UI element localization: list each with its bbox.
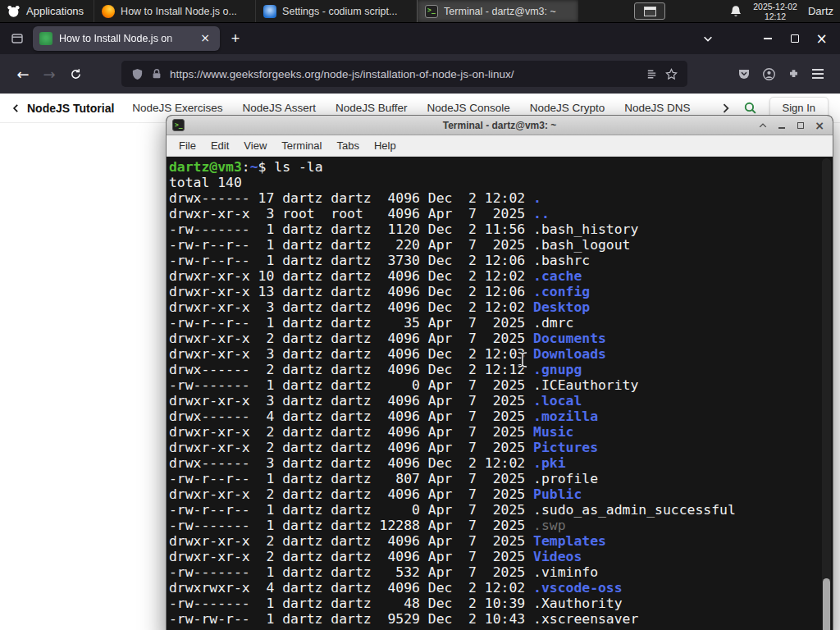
app-menu-button[interactable] [806,62,830,86]
applications-menu-button[interactable]: Applications [0,0,94,22]
back-button[interactable] [10,61,36,87]
terminal-minimize-button[interactable] [774,118,789,133]
browser-tab[interactable]: How to Install Node.js on [33,26,220,51]
terminal-menu-file[interactable]: File [171,135,203,157]
url-text[interactable]: https://www.geeksforgeeks.org/node-js/in… [170,68,638,80]
terminal-line: drwxr-xr-x 2 dartz dartz 4096 Apr 7 2025… [169,486,819,502]
firefox-view-button[interactable] [5,26,30,51]
terminal-line: total 140 [169,175,819,190]
desktop: Applications How to Install Node.js o...… [0,0,840,630]
close-icon [815,30,827,47]
terminal-titlebar[interactable]: Terminal - dartz@vm3: ~ [167,116,833,135]
list-all-tabs-button[interactable] [694,23,721,54]
maximize-icon [791,34,799,43]
terminal-line: dartz@vm3:~$ ls -la [169,159,819,175]
terminal-line: drwxr-xr-x 3 root root 4096 Apr 7 2025 .… [169,206,819,221]
maximize-icon [797,122,804,129]
forward-button[interactable] [36,61,62,87]
terminal-line: drwxr-xr-x 2 dartz dartz 4096 Apr 7 2025… [169,549,819,564]
terminal-line: -rw------- 1 dartz dartz 48 Dec 2 10:39 … [169,596,819,611]
clock[interactable]: 2025-12-02 12:12 [753,2,797,21]
taskbar-button-terminal[interactable]: Terminal - dartz@vm3: ~ [417,0,578,22]
site-nav-item[interactable]: NodeJS Console [427,102,509,114]
terminal-close-button[interactable] [812,118,827,133]
extensions-icon [788,68,800,80]
tab-close-button[interactable] [197,30,213,47]
terminal-line: -rw-rw-r-- 1 dartz dartz 9529 Dec 2 10:4… [169,611,819,627]
workspace-pager-icon [644,7,656,16]
applications-label: Applications [26,5,84,17]
pocket-button[interactable] [732,62,756,86]
terminal-line: -rw-r--r-- 1 dartz dartz 0 Apr 7 2025 .s… [169,502,819,518]
lock-icon[interactable] [151,68,162,80]
terminal-line: drwx------ 2 dartz dartz 4096 Dec 2 12:1… [169,362,819,377]
terminal-icon [425,5,438,18]
terminal-line: drwxr-xr-x 10 dartz dartz 4096 Dec 2 12:… [169,268,819,284]
terminal-menu-terminal[interactable]: Terminal [274,135,329,157]
url-bar[interactable]: https://www.geeksforgeeks.org/node-js/in… [121,61,687,87]
site-nav-item[interactable]: NodeJS DNS [624,102,690,114]
firefox-icon [102,5,115,18]
terminal-maximize-button[interactable] [793,118,808,133]
terminal-line: -rw------- 1 dartz dartz 0 Apr 7 2025 .I… [169,377,819,393]
shield-icon[interactable] [131,68,144,80]
xfce-menu-icon [7,4,21,18]
chevron-left-icon [11,103,21,114]
window-minimize-button[interactable] [754,23,781,54]
terminal-line: -rw------- 1 dartz dartz 1120 Dec 2 11:5… [169,221,819,237]
tab-bar: How to Install Node.js on + [0,23,840,54]
site-nav-primary[interactable]: NodeJS Tutorial [11,102,114,115]
terminal-line: drwxr-xr-x 2 dartz dartz 4096 Apr 7 2025… [169,533,819,549]
terminal-scrollbar[interactable] [822,158,831,630]
site-nav-item[interactable]: NodeJS Crypto [530,102,605,114]
terminal-output: dartz@vm3:~$ ls -latotal 140drwx------ 1… [169,159,819,627]
terminal-screen[interactable]: dartz@vm3:~$ ls -latotal 140drwx------ 1… [167,157,833,630]
scrollbar-thumb[interactable] [823,578,830,630]
terminal-line: drwxr-xr-x 3 dartz dartz 4096 Apr 7 2025… [169,393,819,409]
bookmark-star-icon[interactable] [665,68,678,80]
terminal-line: drwxr-xr-x 2 dartz dartz 4096 Apr 7 2025… [169,440,819,455]
system-tray: 2025-12-02 12:12 Dartz [729,2,840,21]
minimize-icon [778,127,785,129]
taskbar-button-settings[interactable]: Settings - codium script... [255,0,417,22]
taskbar-button-firefox[interactable]: How to Install Node.js o... [94,0,255,22]
minimize-icon [764,38,772,39]
site-nav-item[interactable]: NodeJS Exercises [132,102,222,114]
reload-button[interactable] [62,61,89,87]
workspace-pager[interactable] [634,2,665,20]
account-button[interactable] [756,62,781,86]
window-maximize-button[interactable] [781,23,808,54]
reader-view-icon[interactable] [646,68,658,80]
browser-toolbar: https://www.geeksforgeeks.org/node-js/in… [0,54,840,94]
settings-icon [263,5,276,18]
new-tab-button[interactable]: + [223,26,248,51]
search-icon[interactable] [743,101,757,115]
extensions-button[interactable] [781,62,806,86]
terminal-line: drwxr-xr-x 3 dartz dartz 4096 Dec 2 12:0… [169,346,819,362]
terminal-title: Terminal - dartz@vm3: ~ [167,120,833,131]
terminal-menu-view[interactable]: View [236,135,274,157]
shade-icon [759,122,767,129]
xfce-panel: Applications How to Install Node.js o...… [0,0,840,23]
taskbar-button-title: Settings - codium script... [282,6,409,17]
terminal-menu-help[interactable]: Help [367,135,404,157]
site-nav-item[interactable]: NodeJS Buffer [336,102,408,114]
terminal-line: -rw------- 1 dartz dartz 12288 Apr 7 202… [169,518,819,533]
terminal-menu-edit[interactable]: Edit [203,135,236,157]
tab-favicon-gfg [39,32,52,45]
terminal-menu-tabs[interactable]: Tabs [329,135,366,157]
account-icon [762,67,776,81]
user-menu[interactable]: Dartz [808,5,833,17]
terminal-line: drwx------ 3 dartz dartz 4096 Dec 2 12:0… [169,455,819,471]
clock-time: 12:12 [753,11,797,21]
terminal-window: Terminal - dartz@vm3: ~ FileEditViewTerm… [166,115,833,630]
notifications-bell-icon[interactable] [729,5,742,18]
site-nav-item[interactable]: NodeJS Assert [243,102,316,114]
terminal-line: drwxr-xr-x 13 dartz dartz 4096 Dec 2 12:… [169,284,819,299]
window-close-button[interactable] [808,23,835,54]
terminal-line: -rw-r--r-- 1 dartz dartz 807 Apr 7 2025 … [169,471,819,486]
terminal-line: -rw-r--r-- 1 dartz dartz 3730 Dec 2 12:0… [169,253,819,268]
terminal-menubar: FileEditViewTerminalTabsHelp [167,135,833,157]
terminal-shade-button[interactable] [756,118,770,133]
chevron-right-icon[interactable] [720,103,731,114]
